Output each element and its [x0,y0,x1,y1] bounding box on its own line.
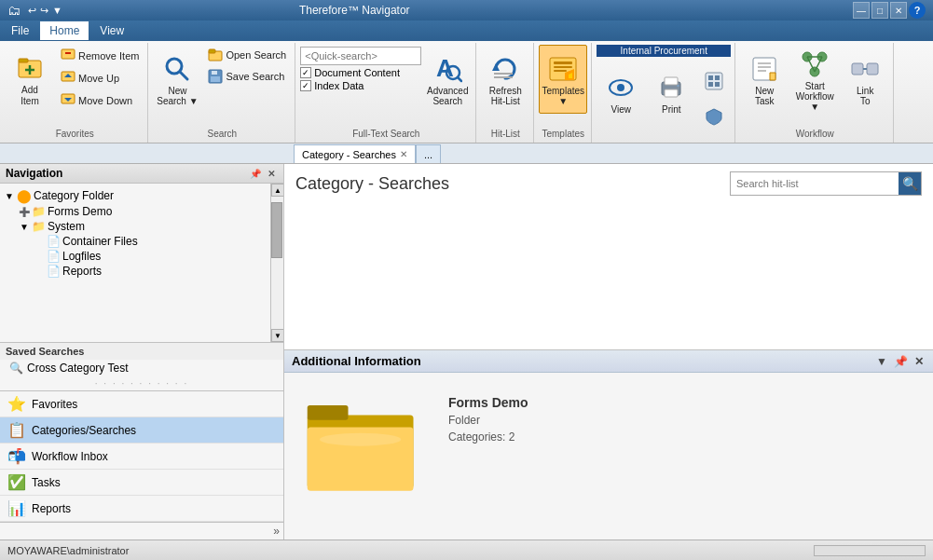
maximize-button[interactable]: □ [871,2,888,19]
move-down-button[interactable]: Move Down [56,90,144,111]
navigation-header: Navigation 📌 ✕ [0,164,283,184]
tab-more-label: ... [424,149,432,160]
tree-item-reports-tree[interactable]: 📄 Reports [0,264,283,279]
ribbon-group-templates: Templates ▼ Templates [535,43,592,143]
move-up-button[interactable]: Move Up [56,68,144,89]
advanced-search-button[interactable]: A AdvancedSearch [423,45,472,114]
quick-access-redo[interactable]: ↪ [40,5,48,17]
minimize-button[interactable]: — [853,2,870,19]
open-search-button[interactable]: Open Search [203,45,291,65]
tree-scrollbar[interactable]: ▲ ▼ [270,184,283,342]
print-button[interactable]: Print [647,58,695,127]
container-files-icon: 📄 [47,235,61,248]
saved-search-cross-category[interactable]: 🔍 Cross Category Test [0,360,283,376]
tree-item-logfiles[interactable]: 📄 Logfiles [0,249,283,264]
info-pin-button[interactable]: 📌 [892,355,910,368]
ribbon: AddItem Remove Item Move Up [0,41,933,143]
favorites-label: Favorites [6,127,144,141]
quick-access-undo[interactable]: ↩ [28,5,36,17]
templates-button[interactable]: Templates ▼ [539,45,587,114]
search-content: NewSearch ▼ Open Search Save Search [153,45,291,127]
logfiles-icon: 📄 [47,250,61,263]
svg-point-30 [617,84,624,91]
nav-tasks[interactable]: ✅ Tasks [0,470,283,496]
svg-rect-25 [554,66,572,68]
menu-view[interactable]: View [90,21,133,40]
extra1-button[interactable] [697,65,731,97]
quick-access-more[interactable]: ▼ [52,5,62,16]
shield-button[interactable] [697,101,731,132]
pin-button[interactable]: 📌 [249,167,262,180]
system-icon: 📁 [32,220,46,233]
search-hit-list-button[interactable]: 🔍 [899,172,921,195]
toggle-logfiles [34,251,45,262]
panel-close-button[interactable]: ✕ [265,167,278,180]
menu-home[interactable]: Home [40,21,89,40]
remove-item-button[interactable]: Remove Item [56,46,144,66]
quicksearch-area: ✓ Document Content ✓ Index Data [300,45,421,91]
nav-categories-searches[interactable]: 📋 Categories/Searches [0,417,283,444]
toggle-category-folder[interactable]: ▼ [4,190,15,201]
add-item-button[interactable]: AddItem [6,45,54,114]
expand-button[interactable]: » [0,522,283,540]
tab-category-searches[interactable]: Category - Searches ✕ [294,144,416,163]
info-collapse-button[interactable]: ▼ [874,355,889,368]
link-to-icon [850,54,880,84]
menu-file[interactable]: File [2,21,38,40]
new-search-button[interactable]: NewSearch ▼ [153,45,201,114]
quick-search-input[interactable] [300,47,421,65]
info-close-button[interactable]: ✕ [912,355,926,368]
nav-reports[interactable]: 📊 Reports [0,496,283,522]
close-button[interactable]: ✕ [890,2,907,19]
nav-workflow-inbox[interactable]: 📬 Workflow Inbox [0,444,283,470]
link-to-button[interactable]: LinkTo [841,45,889,114]
toggle-system[interactable]: ▼ [19,221,30,232]
move-up-icon [61,71,75,86]
dots-separator: · · · · · · · · · · · [0,376,283,390]
tree-item-forms-demo[interactable]: ➕ 📁 Forms Demo [0,204,283,219]
index-data-checkbox[interactable]: ✓ [300,80,311,91]
svg-rect-34 [677,85,679,87]
info-content: Forms Demo Folder Categories: 2 [284,373,933,514]
toggle-forms-demo[interactable]: ➕ [19,206,30,217]
ribbon-group-fulltext: ✓ Document Content ✓ Index Data A Advanc… [296,43,476,143]
open-search-label: Open Search [226,49,286,61]
new-task-button[interactable]: NewTask [740,45,789,114]
tree-item-system[interactable]: ▼ 📁 System [0,219,283,234]
advanced-search-icon: A [432,54,462,84]
svg-line-11 [180,72,187,79]
status-scrollbar[interactable] [814,545,926,556]
favorites-nav-icon: ⭐ [7,395,26,413]
start-workflow-button[interactable]: StartWorkflow ▼ [790,45,839,114]
nav-favorites[interactable]: ⭐ Favorites [0,391,283,417]
fulltext-group-label: Full-Text Search [300,127,472,141]
view-button[interactable]: View [597,58,645,127]
help-button[interactable]: ? [909,2,926,19]
tree-scroll[interactable]: ▼ ⬤ Category Folder ➕ 📁 Forms Demo ▼ 📁 S… [0,187,283,338]
favorites-nav-label: Favorites [32,398,77,411]
tree-item-container-files[interactable]: 📄 Container Files [0,234,283,249]
reports-icon: 📄 [47,265,61,278]
internal-proc-content: View Print [597,58,731,137]
tree-item-category-folder[interactable]: ▼ ⬤ Category Folder [0,187,283,204]
search-hit-list-input[interactable] [731,173,899,194]
templates-icon [548,54,578,84]
status-bar: MOYAWARE\administrator [0,540,933,560]
tab-close-button[interactable]: ✕ [400,149,407,159]
move-up-label: Move Up [78,73,119,84]
tab-more[interactable]: ... [416,144,441,163]
left-panel: Navigation 📌 ✕ ▼ ⬤ Category Folder ➕ 📁 F… [0,164,284,540]
scroll-down-button[interactable]: ▼ [271,329,283,342]
internal-proc-label: Internal Procurement [597,45,731,57]
remove-item-icon [61,48,75,63]
scroll-thumb[interactable] [271,202,282,258]
reports-nav-icon: 📊 [7,499,26,517]
refresh-hitlist-button[interactable]: RefreshHit-List [481,45,529,114]
scroll-up-button[interactable]: ▲ [271,184,283,197]
status-user: MOYAWARE\administrator [7,545,129,556]
save-search-button[interactable]: Save Search [203,66,291,87]
content-title: Category - Searches [295,174,449,194]
categories-label: Categories: [448,430,505,444]
svg-rect-51 [852,63,863,75]
doc-content-checkbox[interactable]: ✓ [300,67,311,78]
